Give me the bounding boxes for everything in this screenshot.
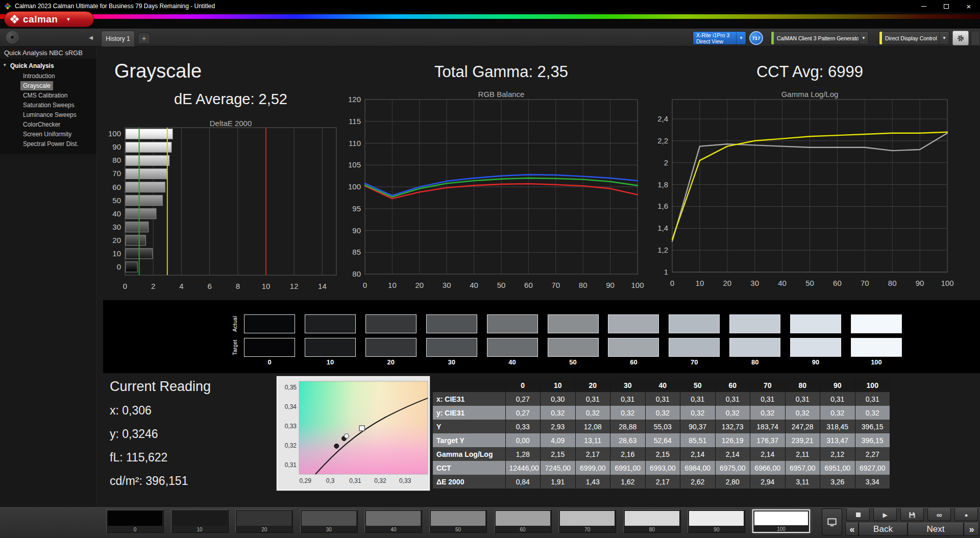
tab-history-1[interactable]: History 1: [101, 31, 135, 46]
record-button[interactable]: ●: [954, 508, 978, 521]
next-label: Next: [927, 524, 945, 534]
display-control-dropdown[interactable]: Direct Display Control ▼: [879, 31, 949, 45]
table-cell: 239,21: [785, 433, 820, 447]
target-swatch-70: [669, 338, 720, 357]
pattern-level-swatch: [560, 511, 615, 526]
table-cell: 6991,00: [610, 461, 646, 475]
pattern-level-label: 50: [430, 527, 486, 532]
next-button[interactable]: Next: [908, 523, 964, 536]
table-header-cell: 30: [610, 378, 646, 392]
sidebar-item-introduction[interactable]: Introduction: [20, 71, 58, 81]
stop-button[interactable]: [846, 508, 870, 521]
target-swatch-100: [851, 338, 902, 357]
table-row: x: CIE310,270,300,310,310,310,310,310,31…: [433, 392, 890, 406]
toolbar-overflow-button[interactable]: [971, 31, 980, 45]
deltae-y-tick: 70: [112, 169, 121, 178]
cie-y-tick: 0,35: [285, 384, 297, 391]
table-cell: 2,15: [645, 447, 680, 461]
pattern-level-button-90[interactable]: 90: [688, 509, 745, 533]
pattern-level-button-60[interactable]: 60: [494, 509, 552, 533]
sidebar-collapse-button[interactable]: ◀: [86, 32, 96, 43]
actual-swatch-100: [851, 314, 902, 333]
maximize-button[interactable]: [935, 0, 958, 12]
table-cell: 55,03: [645, 420, 680, 433]
pattern-level-swatch: [366, 511, 421, 526]
pattern-level-button-10[interactable]: 10: [171, 509, 229, 533]
meter-count-badge[interactable]: 717: [749, 31, 763, 45]
band-level-label: 20: [365, 358, 416, 366]
target-swatch-60: [608, 338, 659, 357]
back-chevron-button[interactable]: «: [845, 523, 859, 536]
deltae-y-tick: 100: [108, 129, 121, 138]
table-cell: 0,00: [505, 433, 541, 447]
band-level-label: 70: [669, 358, 720, 366]
sidebar-item-screen-uniformity[interactable]: Screen Uniformity: [20, 130, 74, 139]
deltae-x-tick: 10: [262, 282, 271, 290]
workflow-menu-button[interactable]: [6, 31, 18, 43]
minimize-button[interactable]: [913, 0, 935, 12]
pattern-level-button-40[interactable]: 40: [364, 509, 422, 533]
calman-logo-icon: [10, 14, 19, 24]
cie-y-tick: 0,31: [285, 461, 297, 469]
sidebar-item-colorchecker[interactable]: ColorChecker: [20, 120, 63, 129]
workflow-title: Quick Analysis NBC sRGB: [0, 46, 96, 59]
pattern-level-swatch: [496, 511, 550, 526]
sidebar-item-spectral-power-dist[interactable]: Spectral Power Dist.: [20, 139, 81, 149]
table-cell: 0,33: [505, 420, 541, 433]
sidebar-item-grayscale[interactable]: Grayscale: [20, 81, 53, 90]
measure-continuous-button[interactable]: ▶: [873, 508, 897, 521]
close-button[interactable]: ×: [958, 0, 980, 12]
deltae-bar-50: [126, 195, 162, 206]
gamma-y-tick: 1,2: [657, 246, 668, 254]
cie-current-point: [344, 434, 349, 438]
rgb-y-tick: 120: [348, 95, 361, 104]
pattern-level-button-100[interactable]: 100: [752, 509, 810, 533]
chevron-left-icon: «: [849, 524, 854, 535]
settings-button[interactable]: [952, 31, 969, 45]
de-average-readout: dE Average: 2,52: [125, 91, 336, 108]
cie-x-tick: 0,29: [300, 477, 312, 484]
sidebar-item-quick-analysis[interactable]: ▾ Quick Analysis: [0, 61, 96, 71]
actual-swatch-0: [244, 314, 295, 333]
cie-reading-point: [334, 444, 339, 448]
calman-window: Calman 2023 Calman Ultimate for Business…: [0, 0, 980, 538]
back-button[interactable]: Back: [859, 523, 908, 536]
gamma-x-tick: 30: [750, 279, 759, 287]
pattern-level-button-30[interactable]: 30: [300, 509, 358, 533]
add-tab-button[interactable]: +: [138, 33, 150, 44]
next-chevron-button[interactable]: »: [964, 523, 979, 536]
deltae-bar-100: [126, 129, 173, 139]
table-row-label: ΔE 2000: [433, 475, 505, 488]
sidebar-item-saturation-sweeps[interactable]: Saturation Sweeps: [20, 101, 77, 110]
pattern-level-button-80[interactable]: 80: [623, 509, 681, 533]
deltae-x-tick: 12: [290, 282, 299, 290]
table-cell: 13,11: [575, 433, 610, 447]
sidebar-item-luminance-sweeps[interactable]: Luminance Sweeps: [20, 110, 79, 119]
sidebar-item-cms-calibration[interactable]: CMS Calibration: [20, 91, 70, 100]
pattern-level-label: 20: [236, 527, 292, 532]
meter-dropdown[interactable]: X-Rite i1Pro 3 Direct View ▼: [693, 31, 746, 45]
calman-menu-button[interactable]: calman ▼: [4, 11, 94, 27]
gamma-y-tick: 1,8: [657, 180, 668, 189]
back-label: Back: [873, 524, 893, 534]
target-swatch-90: [790, 338, 841, 357]
save-button[interactable]: [900, 508, 924, 521]
pattern-level-button-70[interactable]: 70: [558, 509, 616, 533]
target-swatch-50: [548, 338, 599, 357]
tree-root-label: Quick Analysis: [10, 62, 54, 69]
pattern-level-button-0[interactable]: 0: [106, 509, 164, 533]
table-cell: 0,32: [855, 406, 890, 420]
measurement-table: 0102030405060708090100x: CIE310,270,300,…: [433, 378, 890, 488]
rgb-y-tick: 105: [348, 160, 361, 169]
cie-chromaticity-chart: 0,350,340,330,320,310,290,30,310,320,33: [278, 377, 429, 490]
deltae-bar-30: [126, 222, 149, 232]
loop-measure-button[interactable]: ∞: [927, 508, 951, 521]
rgb-x-tick: 80: [579, 281, 587, 289]
pattern-level-button-20[interactable]: 20: [235, 509, 293, 533]
rgb-x-tick: 0: [363, 281, 367, 289]
table-cell: 0,31: [785, 392, 820, 406]
table-row: Y0,332,9312,0828,8855,0390,37132,73183,7…: [433, 420, 890, 433]
pattern-window-button[interactable]: [822, 508, 842, 535]
pattern-level-button-50[interactable]: 50: [429, 509, 487, 533]
pattern-generator-dropdown[interactable]: CalMAN Client 3 Pattern Generator ▼: [771, 31, 869, 45]
